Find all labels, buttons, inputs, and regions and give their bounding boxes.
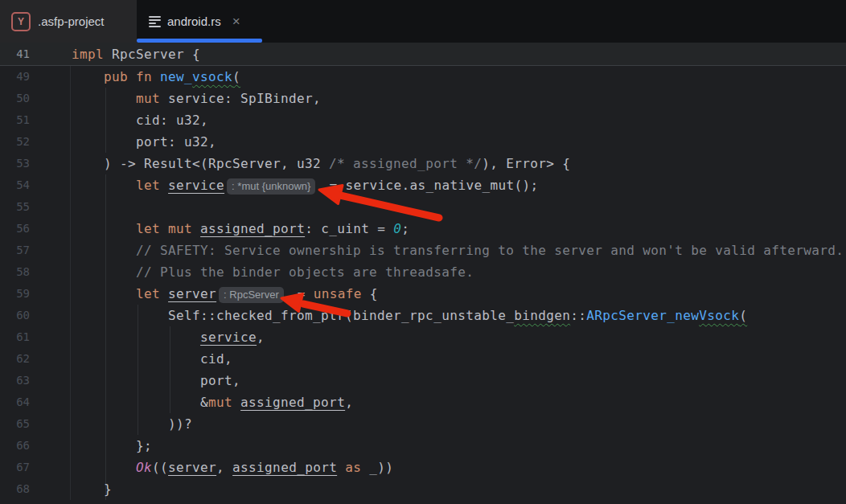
code-line[interactable]: 65 ))?: [0, 413, 846, 435]
code-line[interactable]: 67 Ok((server, assigned_port as _)): [0, 457, 846, 478]
line-number[interactable]: 67: [0, 457, 71, 478]
code-line[interactable]: 56 let mut assigned_port: c_uint = 0;: [0, 218, 846, 240]
code-token: [160, 221, 168, 236]
code-token: ((: [152, 460, 168, 475]
code-line-text: ) -> Result<(RpcServer, u32 /* assigned_…: [71, 153, 570, 174]
code-token: ::: [570, 308, 586, 323]
line-number[interactable]: 53: [0, 153, 71, 174]
code-token: [72, 178, 136, 193]
project-widget[interactable]: Y .asfp-project: [0, 0, 137, 43]
code-token: (: [739, 308, 747, 323]
code-line[interactable]: 54 let service: *mut {unknown} = service…: [0, 174, 846, 196]
close-tab-icon[interactable]: ×: [232, 14, 240, 28]
line-number[interactable]: 59: [0, 283, 71, 305]
code-line[interactable]: 55: [0, 196, 846, 218]
code-token: [72, 264, 136, 280]
code-token: new_: [160, 69, 192, 84]
code-line-text: ))?: [71, 413, 192, 435]
code-line[interactable]: 49 pub fn new_vsock(: [0, 66, 846, 88]
code-token: {: [362, 286, 378, 301]
code-token: [72, 221, 136, 236]
code-token: /* assigned_port */: [329, 156, 482, 171]
code-line[interactable]: 62 cid,: [0, 348, 846, 370]
line-number[interactable]: 52: [0, 131, 71, 153]
code-line[interactable]: 53 ) -> Result<(RpcServer, u32 /* assign…: [0, 153, 846, 174]
code-token: [160, 178, 168, 193]
line-number[interactable]: 49: [0, 66, 71, 88]
code-editor[interactable]: 41impl RpcServer {49 pub fn new_vsock(50…: [0, 43, 846, 504]
line-number[interactable]: 57: [0, 240, 71, 261]
inlay-type-hint[interactable]: : *mut {unknown}: [227, 178, 315, 195]
code-line[interactable]: 64 &mut assigned_port,: [0, 391, 846, 413]
code-lines: 41impl RpcServer {49 pub fn new_vsock(50…: [0, 43, 846, 500]
line-number[interactable]: 51: [0, 109, 71, 131]
code-line[interactable]: 51 cid: u32,: [0, 109, 846, 131]
line-number[interactable]: 64: [0, 391, 71, 413]
line-number[interactable]: 58: [0, 261, 71, 283]
code-token: assigned_port: [200, 221, 305, 236]
code-token: Ok: [136, 460, 152, 475]
code-token: &: [72, 395, 208, 410]
code-token: [128, 69, 136, 84]
editor-tab-android-rs[interactable]: android.rs ×: [137, 0, 262, 43]
file-lines-icon: [149, 16, 161, 27]
line-number[interactable]: 56: [0, 218, 71, 240]
code-line[interactable]: 68 }: [0, 478, 846, 500]
line-number[interactable]: 65: [0, 413, 71, 435]
code-token: Self::checked_from_ptr(binder_rpc_unstab…: [72, 308, 514, 323]
code-line-text: service,: [71, 326, 265, 348]
code-line[interactable]: 66 };: [0, 435, 846, 457]
code-line[interactable]: 57 // SAFETY: Service ownership is trans…: [0, 240, 846, 261]
line-number[interactable]: 41: [0, 43, 71, 65]
code-token: mut: [136, 91, 160, 106]
code-token: [72, 460, 136, 475]
project-icon: Y: [11, 12, 31, 31]
code-token: ) -> Result<(RpcServer, u32: [72, 156, 329, 171]
code-line-text: let service: *mut {unknown} = service.as…: [71, 174, 538, 196]
code-line-text: port: u32,: [71, 131, 216, 153]
inlay-type-hint[interactable]: : RpcServer: [219, 287, 284, 303]
code-token: vsock: [192, 69, 232, 84]
line-number[interactable]: 62: [0, 348, 71, 370]
code-token: service: SpIBinder,: [160, 91, 321, 106]
code-token: service: [200, 330, 257, 345]
code-token: pub: [104, 69, 128, 84]
line-number[interactable]: 61: [0, 326, 71, 348]
code-token: assigned_port: [240, 395, 345, 410]
code-line[interactable]: 52 port: u32,: [0, 131, 846, 153]
line-number[interactable]: 63: [0, 370, 71, 391]
code-token: }: [72, 481, 112, 497]
code-token: ;: [401, 221, 409, 236]
line-number[interactable]: 66: [0, 435, 71, 457]
code-token: [72, 91, 136, 106]
code-line-text: let server: RpcServer = unsafe {: [71, 283, 378, 305]
line-number[interactable]: 60: [0, 305, 71, 326]
code-line[interactable]: 59 let server: RpcServer = unsafe {: [0, 283, 846, 305]
code-token: // Plus the binder objects are threadsaf…: [136, 264, 474, 280]
code-token: mut: [208, 395, 232, 410]
code-line-text: Ok((server, assigned_port as _)): [71, 457, 393, 478]
line-number[interactable]: 54: [0, 174, 71, 196]
code-line-text: let mut assigned_port: c_uint = 0;: [71, 218, 409, 240]
code-line[interactable]: 60 Self::checked_from_ptr(binder_rpc_uns…: [0, 305, 846, 326]
code-line[interactable]: 61 service,: [0, 326, 846, 348]
line-number[interactable]: 68: [0, 478, 71, 500]
code-line[interactable]: 63 port,: [0, 370, 846, 391]
code-token: fn: [136, 69, 152, 84]
code-token: [337, 460, 345, 475]
sticky-code-line[interactable]: 41impl RpcServer {: [0, 43, 846, 66]
code-line[interactable]: 58 // Plus the binder objects are thread…: [0, 261, 846, 283]
code-token: server: [168, 460, 216, 475]
line-number[interactable]: 55: [0, 196, 71, 218]
code-token: [160, 286, 168, 301]
code-token: cid,: [72, 351, 232, 367]
code-line-text: pub fn new_vsock(: [71, 66, 240, 88]
top-bar: Y .asfp-project android.rs ×: [0, 0, 846, 43]
code-line[interactable]: 50 mut service: SpIBinder,: [0, 88, 846, 109]
code-token: [192, 221, 200, 236]
code-token: impl: [72, 47, 104, 62]
code-token: = service.as_native_mut();: [321, 178, 538, 193]
code-token: [152, 69, 160, 84]
line-number[interactable]: 50: [0, 88, 71, 109]
code-token: // SAFETY: Service ownership is transfer…: [136, 243, 844, 258]
